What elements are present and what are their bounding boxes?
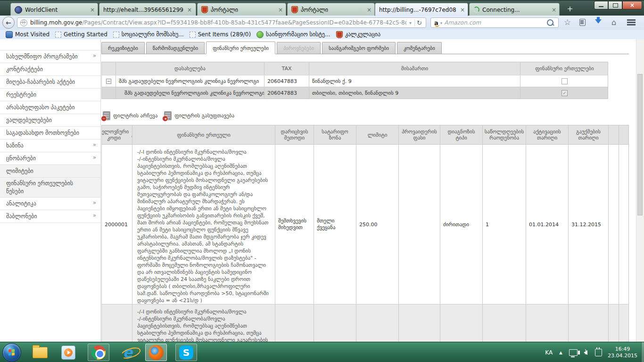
sidebar-item-payment-requests[interactable]: საგადასახდო მოთხოვნები bbox=[0, 127, 100, 140]
tab-close-icon[interactable]: × bbox=[460, 7, 465, 13]
show-desktop-button[interactable] bbox=[641, 342, 644, 362]
volume-icon[interactable] bbox=[584, 350, 587, 355]
table-row[interactable]: 2000001 -/-I დონის ინტენსიური მკურნალობა… bbox=[102, 144, 628, 304]
tab-comments[interactable]: კომენტარები bbox=[397, 42, 442, 54]
org-header-tax[interactable]: TAX bbox=[264, 62, 309, 75]
header-provider-price[interactable]: პროვაიდერის ფასი bbox=[399, 125, 440, 144]
table-row[interactable]: − შპს გადაუდებელი ნევროლოგიის კლინიკა ნე… bbox=[102, 75, 608, 87]
minimize-button[interactable] bbox=[594, 1, 608, 9]
sidebar-item-partial[interactable] bbox=[0, 39, 100, 50]
table-header-row: ხელოვნური კოდი △ ფინანსური ერთეული დარიც… bbox=[102, 125, 628, 144]
windows-flag-icon bbox=[8, 349, 15, 356]
tab-close-icon[interactable]: × bbox=[187, 7, 192, 13]
clock[interactable]: 16:49 23.04.2015 bbox=[608, 346, 637, 359]
sidebar-item-acceptance-acts[interactable]: მიღება-ჩაბარების აქტები bbox=[0, 76, 100, 89]
filter-select-button[interactable]: − ფილტრის არჩევა bbox=[103, 111, 157, 120]
close-button[interactable]: × bbox=[622, 1, 642, 9]
browser-tab-portal-1[interactable]: პორტალი × bbox=[197, 3, 286, 16]
taskbar-firefox-button[interactable] bbox=[145, 344, 167, 361]
menu-hamburger-icon[interactable] bbox=[627, 19, 636, 21]
tab-close-icon[interactable]: × bbox=[367, 7, 372, 13]
url-bar[interactable]: billing.moh.gov.ge/Pages/Contract/View.a… bbox=[17, 17, 426, 28]
new-tab-button[interactable]: + bbox=[564, 4, 576, 15]
cell-bed-days: 1 bbox=[483, 145, 526, 304]
sidebar-item-contracts[interactable]: კონტრაქტები bbox=[0, 63, 100, 76]
browser-tab-connecting[interactable]: Connecting... × bbox=[469, 3, 560, 16]
browser-tab-title: WorldClient bbox=[25, 7, 86, 13]
sidebar-item-treasury[interactable]: ხაზინა » bbox=[0, 140, 100, 152]
header-tariff-zone[interactable]: სატარიფო ზონა bbox=[314, 125, 356, 144]
back-button[interactable]: ← bbox=[2, 16, 15, 29]
browser-tab-portal-2[interactable]: პორტალი × bbox=[287, 3, 375, 16]
browser-tab-ehealth[interactable]: http://ehealt...3956656129907 × bbox=[99, 3, 196, 16]
reload-icon[interactable]: ↻ bbox=[414, 19, 426, 26]
url-dropdown-icon[interactable]: ▾ bbox=[406, 20, 414, 25]
tab-financial-units[interactable]: ფინანსური ერთეულები bbox=[206, 41, 275, 54]
site-identity-globe-icon[interactable] bbox=[20, 19, 27, 26]
sidebar-item-limits[interactable]: ლიმიტები bbox=[0, 165, 100, 178]
table-row[interactable]: -/-I დონის ინტენსიური მკურნალობა/მოვლა -… bbox=[102, 304, 628, 342]
start-button[interactable] bbox=[2, 343, 21, 362]
taskbar-explorer-button[interactable] bbox=[29, 344, 51, 361]
header-cancel-date[interactable]: გაუქმების თარიღი bbox=[569, 125, 609, 144]
header-bed-days[interactable]: საწოლდღეების რაოდენობა bbox=[483, 125, 526, 144]
tab-representatives[interactable]: წარმომადგენლები bbox=[146, 42, 205, 54]
header-activation-date[interactable]: აქტივაციის თარიღი bbox=[526, 125, 569, 144]
org-header-financial-units[interactable]: ფინანსური ერთეულები bbox=[520, 62, 609, 75]
scrollbar-thumb[interactable] bbox=[637, 74, 643, 215]
bookmark-star-icon[interactable]: ☆ bbox=[564, 17, 571, 27]
show-hidden-icons[interactable]: ▲ bbox=[559, 350, 562, 355]
maximize-button[interactable] bbox=[608, 1, 622, 9]
tab-persons[interactable]: პიროვნებები bbox=[277, 42, 321, 54]
taskbar-ie-button[interactable]: e bbox=[117, 344, 139, 361]
browser-tab-billing-active[interactable]: http://billing...-7697c7ed080c × bbox=[375, 3, 468, 16]
taskbar-chrome-button[interactable] bbox=[88, 344, 109, 361]
taskbar-skype-button[interactable]: S bbox=[175, 344, 197, 361]
bookmark-info-system[interactable]: საინფორმაციო სისტე... bbox=[256, 31, 330, 38]
language-indicator[interactable]: KA bbox=[545, 349, 553, 356]
downloads-icon[interactable] bbox=[595, 19, 602, 24]
tab-close-icon[interactable]: × bbox=[278, 7, 283, 13]
search-engine-dropdown-icon[interactable]: ▾ bbox=[440, 21, 443, 25]
bookmark-label: Getting Started bbox=[64, 31, 107, 38]
network-icon[interactable] bbox=[569, 349, 578, 356]
home-icon[interactable]: ⌂ bbox=[611, 18, 616, 27]
sidebar-item-financial-unit-rules[interactable]: ფინანსური ერთეულების წესები bbox=[0, 178, 100, 197]
sidebar-item-templates[interactable]: შაბლონები » bbox=[0, 210, 100, 223]
org-header-name[interactable]: დასახელება bbox=[116, 62, 264, 75]
bookmarks-menu-icon[interactable] bbox=[579, 19, 586, 26]
financial-unit-checkbox[interactable] bbox=[561, 78, 568, 84]
bookmark-getting-started[interactable]: Getting Started bbox=[55, 31, 107, 38]
filter-clear-button[interactable]: ◂ ფილტრის გასუფთავება bbox=[164, 111, 234, 120]
sidebar-item-analytics[interactable]: ანალიტიკა » bbox=[0, 197, 100, 210]
header-limit[interactable]: ლიმიტი bbox=[356, 125, 399, 144]
bookmark-social-service[interactable]: სოციალური მომსახუ... bbox=[113, 31, 184, 38]
search-bar[interactable]: a ▾ Amazon.com bbox=[430, 17, 559, 28]
header-diagnosis-type[interactable]: დიაგნოზის ტიპი bbox=[440, 125, 483, 144]
org-header-address[interactable]: მისამართი bbox=[309, 62, 520, 75]
header-artificial-code[interactable]: ხელოვნური კოდი △ bbox=[102, 125, 132, 144]
tab-close-icon[interactable]: × bbox=[90, 7, 95, 13]
amazon-search-engine-icon[interactable]: a bbox=[434, 19, 438, 26]
header-financial-unit[interactable]: ფინანსური ერთეული bbox=[132, 125, 275, 144]
bookmark-most-visited[interactable]: Most Visited bbox=[6, 31, 50, 38]
sidebar-item-nonsalary-packages[interactable]: არასახელფასო პაკეტები bbox=[0, 101, 100, 114]
sidebar-item-registers[interactable]: რეესტრები bbox=[0, 89, 100, 101]
search-icon[interactable] bbox=[547, 19, 553, 26]
collapse-expander-icon[interactable]: − bbox=[106, 79, 111, 84]
bookmark-sent-items[interactable]: Sent Items (289/0) bbox=[190, 31, 251, 38]
power-plug-icon[interactable] bbox=[595, 349, 602, 356]
sidebar-item-references[interactable]: ცნობარები » bbox=[0, 152, 100, 165]
bookmark-calculation[interactable]: კალკულაცია bbox=[336, 31, 380, 38]
tab-close-icon[interactable]: × bbox=[552, 7, 556, 13]
header-accrual-method[interactable]: დარიცხვის მეთოდი bbox=[275, 125, 314, 144]
tab-report-forms[interactable]: საანგარიშგებო ფორმები bbox=[322, 42, 396, 54]
taskbar-media-player-button[interactable] bbox=[58, 344, 79, 361]
tab-requisites[interactable]: რეკვიზიტები bbox=[101, 42, 145, 54]
sidebar-item-liabilities[interactable]: ვალდებულებები bbox=[0, 114, 100, 127]
financial-unit-checkbox[interactable]: ✓ bbox=[561, 90, 568, 96]
vertical-scrollbar[interactable] bbox=[636, 39, 644, 342]
sidebar-item-state-programs[interactable]: სახელმწიფო პროგრამები » bbox=[0, 50, 100, 63]
table-row[interactable]: შპს გადაუდებელი ნევროლოგიის კლინიკა ნევრ… bbox=[102, 87, 608, 99]
browser-tab-worldclient[interactable]: WorldClient × bbox=[10, 3, 98, 16]
